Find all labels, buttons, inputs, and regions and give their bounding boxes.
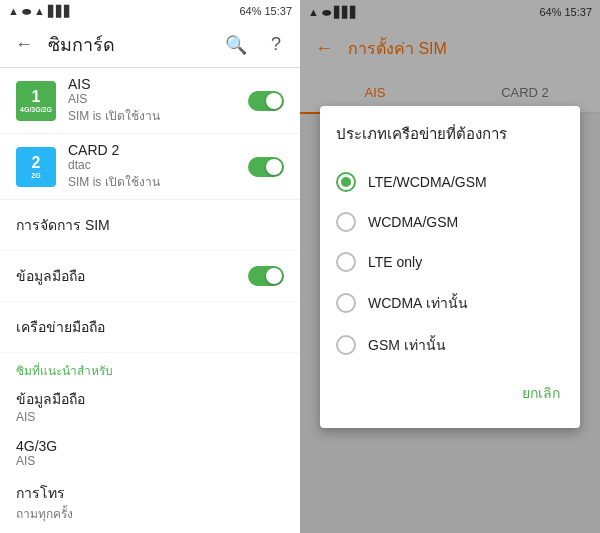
sim1-status: SIM is เปิดใช้งาน: [68, 106, 248, 125]
left-back-button[interactable]: ←: [8, 29, 40, 61]
calls-value: ถามทุกครั้ง: [16, 504, 284, 523]
data-value: AIS: [16, 410, 284, 424]
sim2-toggle[interactable]: [248, 157, 284, 177]
calls-sub-item[interactable]: การโทร ถามทุกครั้ง: [0, 478, 300, 533]
bluetooth-icon: ⬬: [22, 5, 31, 18]
radio-wcdma-gsm[interactable]: WCDMA/GSM: [336, 202, 564, 242]
left-battery: 64%: [239, 5, 261, 17]
location-icon: ▲: [34, 5, 45, 17]
search-button[interactable]: 🔍: [220, 29, 252, 61]
radio-lte-only[interactable]: LTE only: [336, 242, 564, 282]
radio-lte-wcdma-gsm-label: LTE/WCDMA/GSM: [368, 174, 487, 190]
sim2-status: SIM is เปิดใช้งาน: [68, 172, 248, 191]
mobile-data-toggle[interactable]: [248, 266, 284, 286]
sim2-info: CARD 2 dtac SIM is เปิดใช้งาน: [68, 142, 248, 191]
dialog-title: ประเภทเครือข่ายที่ต้องการ: [336, 122, 564, 146]
radio-lte-only-circle: [336, 252, 356, 272]
sim1-type: 4G/3G/2G: [20, 106, 52, 113]
sim2-badge: 2 2G: [16, 147, 56, 187]
mobile-data-item[interactable]: ข้อมูลมือถือ: [0, 251, 300, 302]
sim2-type: 2G: [31, 172, 40, 179]
mobile-data-label: ข้อมูลมือถือ: [16, 265, 85, 287]
network-type-dialog: ประเภทเครือข่ายที่ต้องการ LTE/WCDMA/GSM …: [320, 106, 580, 428]
mobile-network-item[interactable]: เครือข่ายมือถือ: [0, 302, 300, 353]
dialog-actions: ยกเลิก: [336, 374, 564, 412]
left-status-right: 64% 15:37: [239, 5, 292, 17]
sim2-name: CARD 2: [68, 142, 248, 158]
left-time: 15:37: [264, 5, 292, 17]
data-label: ข้อมูลมือถือ: [16, 388, 284, 410]
sim1-number: 1: [32, 89, 41, 105]
sim2-item: 2 2G CARD 2 dtac SIM is เปิดใช้งาน: [0, 134, 300, 200]
radio-gsm-only-label: GSM เท่านั้น: [368, 334, 446, 356]
sim1-info: AIS AIS SIM is เปิดใช้งาน: [68, 76, 248, 125]
radio-gsm-only-circle: [336, 335, 356, 355]
calls-label: การโทร: [16, 482, 284, 504]
radio-gsm-only[interactable]: GSM เท่านั้น: [336, 324, 564, 366]
sim2-number: 2: [32, 155, 41, 171]
radio-lte-wcdma-gsm-circle: [336, 172, 356, 192]
signal-icon: ▲: [8, 5, 19, 17]
left-status-bar: ▲ ⬬ ▲ ▋▋▋ 64% 15:37: [0, 0, 300, 23]
radio-wcdma-only-label: WCDMA เท่านั้น: [368, 292, 468, 314]
sim1-badge: 1 4G/3G/2G: [16, 81, 56, 121]
more-button[interactable]: ?: [260, 29, 292, 61]
dialog-overlay: ประเภทเครือข่ายที่ต้องการ LTE/WCDMA/GSM …: [300, 0, 600, 533]
radio-wcdma-only[interactable]: WCDMA เท่านั้น: [336, 282, 564, 324]
4g3g-label: 4G/3G: [16, 438, 284, 454]
sim-management-item[interactable]: การจัดการ SIM: [0, 200, 300, 251]
left-app-bar: ← ซิมการ์ด 🔍 ?: [0, 23, 300, 68]
sim1-name: AIS: [68, 76, 248, 92]
sim1-carrier: AIS: [68, 92, 248, 106]
left-panel: ▲ ⬬ ▲ ▋▋▋ 64% 15:37 ← ซิมการ์ด 🔍 ? 1 4G/…: [0, 0, 300, 533]
right-panel: ▲ ⬬ ▋▋▋ 64% 15:37 ← การตั้งค่า SIM AIS C…: [300, 0, 600, 533]
sim2-carrier: dtac: [68, 158, 248, 172]
4g3g-sub-item[interactable]: 4G/3G AIS: [0, 434, 300, 478]
left-status-left: ▲ ⬬ ▲ ▋▋▋: [8, 5, 72, 18]
sim1-item: 1 4G/3G/2G AIS AIS SIM is เปิดใช้งาน: [0, 68, 300, 134]
radio-wcdma-only-circle: [336, 293, 356, 313]
radio-lte-wcdma-gsm[interactable]: LTE/WCDMA/GSM: [336, 162, 564, 202]
radio-wcdma-gsm-label: WCDMA/GSM: [368, 214, 458, 230]
data-sub-item[interactable]: ข้อมูลมือถือ AIS: [0, 384, 300, 434]
radio-wcdma-gsm-circle: [336, 212, 356, 232]
radio-lte-only-label: LTE only: [368, 254, 422, 270]
left-title: ซิมการ์ด: [48, 30, 220, 59]
4g3g-value: AIS: [16, 454, 284, 468]
cancel-button[interactable]: ยกเลิก: [518, 374, 564, 412]
recommended-label: ซิมที่แนะนำสำหรับ: [0, 353, 300, 384]
signal-bars: ▋▋▋: [48, 5, 72, 18]
left-app-bar-icons: 🔍 ?: [220, 29, 292, 61]
sim1-toggle[interactable]: [248, 91, 284, 111]
